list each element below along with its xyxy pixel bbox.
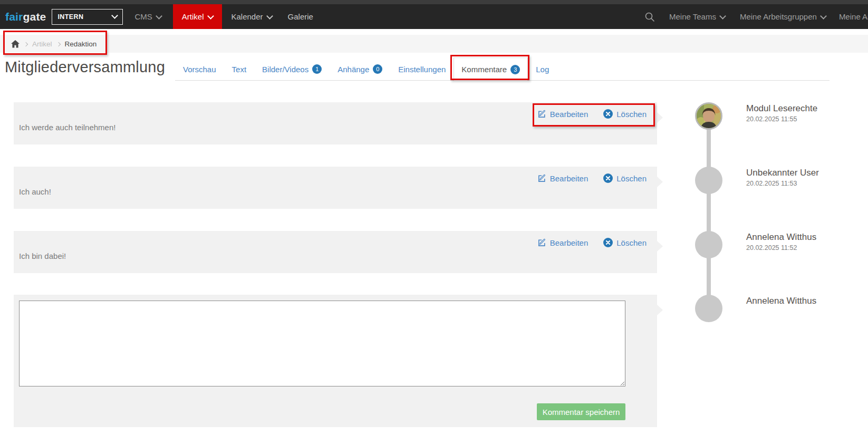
- breadcrumb-item-redaktion: Redaktion: [65, 40, 97, 48]
- tab-bilder-videos[interactable]: Bilder/Videos1: [254, 57, 330, 81]
- chevron-down-icon: [112, 12, 119, 19]
- timeline-author: Annelena Witthus: [746, 232, 816, 243]
- tab-label: Bilder/Videos: [262, 65, 308, 74]
- fairgate-logo: fairgate: [5, 11, 46, 23]
- count-badge: 1: [312, 64, 322, 74]
- nav-item-kalender[interactable]: Kalender: [224, 4, 280, 29]
- timeline-timestamp: 20.02.2025 11:52: [746, 244, 816, 251]
- home-icon: [11, 40, 20, 48]
- topbar-left-group: fairgate INTERN CMS Artikel Kalender Gal…: [0, 4, 321, 29]
- tab-label: Vorschau: [183, 65, 216, 74]
- delete-label: Löschen: [616, 174, 647, 183]
- breadcrumb-separator-icon: [24, 42, 28, 46]
- topbar-right-group: Meine Teams Meine Arbeitsgruppen Meine A…: [636, 4, 868, 29]
- comment-row: Bearbeiten Löschen Ich bin dabei!: [14, 231, 657, 273]
- comment-text: Ich bin dabei!: [19, 251, 66, 260]
- app-screen: fairgate INTERN CMS Artikel Kalender Gal…: [0, 0, 868, 445]
- new-comment-section: Kommentar speichern: [14, 295, 657, 427]
- edit-label: Bearbeiten: [550, 238, 589, 247]
- comment-actions: Bearbeiten Löschen: [537, 173, 647, 183]
- nav-item-galerie[interactable]: Galerie: [280, 4, 321, 29]
- organisation-select[interactable]: INTERN: [52, 9, 123, 25]
- tab-log[interactable]: Log: [528, 57, 557, 81]
- tab-vorschau[interactable]: Vorschau: [175, 57, 224, 81]
- comment-row: Bearbeiten Löschen Ich auch!: [14, 167, 657, 209]
- x-circle-icon: [603, 238, 613, 247]
- timeline-entry-text: Unbekannter User 20.02.2025 11:53: [746, 167, 819, 187]
- timeline-timestamp: 20.02.2025 11:53: [746, 180, 819, 187]
- page-title: Mitgliederversammlung: [5, 59, 165, 76]
- tab-label: Log: [536, 65, 549, 74]
- timeline-entry: Annelena Witthus: [695, 295, 816, 322]
- timeline-connector-line: [707, 116, 711, 308]
- avatar-placeholder: [695, 295, 722, 322]
- delete-comment-button[interactable]: Löschen: [603, 109, 647, 119]
- logo-part-fair: fair: [5, 11, 23, 23]
- nav-item-meine-arbeitsgruppen[interactable]: Meine Arbeitsgruppen: [740, 12, 826, 21]
- tab-anhaenge[interactable]: Anhänge0: [330, 57, 390, 81]
- window-top-strip: [0, 0, 868, 4]
- new-comment-input[interactable]: [19, 301, 625, 386]
- home-button[interactable]: [11, 40, 20, 48]
- delete-comment-button[interactable]: Löschen: [603, 173, 647, 183]
- pencil-square-icon: [537, 238, 546, 247]
- avatar-placeholder: [695, 231, 722, 258]
- save-comment-button[interactable]: Kommentar speichern: [537, 403, 625, 420]
- chevron-down-icon: [820, 13, 827, 20]
- pencil-square-icon: [537, 110, 546, 119]
- edit-comment-button[interactable]: Bearbeiten: [537, 174, 589, 183]
- x-circle-icon: [603, 173, 613, 183]
- breadcrumb: Artikel Redaktion: [11, 35, 97, 53]
- timeline-timestamp: 20.02.2025 11:55: [746, 115, 817, 123]
- nav-item-meine-anlaesse[interactable]: Meine Anlässe: [839, 12, 868, 21]
- nav-label: Galerie: [288, 12, 313, 21]
- tab-label: Anhänge: [337, 65, 369, 74]
- tab-einstellungen[interactable]: Einstellungen: [390, 57, 454, 81]
- edit-label: Bearbeiten: [550, 110, 589, 119]
- comment-row: Bearbeiten Löschen Ich werde auch teilne…: [14, 102, 657, 144]
- nav-label: Meine Anlässe: [839, 12, 868, 21]
- tab-label: Einstellungen: [398, 65, 446, 74]
- timeline-author: Unbekannter User: [746, 168, 819, 178]
- count-badge: 3: [510, 65, 520, 74]
- chevron-down-icon: [207, 13, 214, 20]
- tab-label: Kommentare: [461, 65, 507, 74]
- nav-label: Meine Teams: [669, 12, 716, 21]
- timeline-entry: Modul Leserechte 20.02.2025 11:55: [695, 102, 817, 130]
- breadcrumb-bar: Artikel Redaktion: [0, 35, 868, 53]
- comment-text: Ich werde auch teilnehmen!: [19, 123, 115, 132]
- timeline-author: Modul Leserechte: [746, 103, 817, 114]
- top-navigation-bar: fairgate INTERN CMS Artikel Kalender Gal…: [0, 4, 868, 29]
- timeline-entry-text: Modul Leserechte 20.02.2025 11:55: [746, 102, 817, 123]
- chevron-down-icon: [156, 13, 162, 20]
- nav-label: CMS: [134, 12, 152, 21]
- timeline-author: Annelena Witthus: [746, 296, 816, 306]
- timeline-entry: Unbekannter User 20.02.2025 11:53: [695, 167, 819, 194]
- tab-bar: Vorschau Text Bilder/Videos1 Anhänge0 Ei…: [175, 57, 557, 81]
- pencil-square-icon: [537, 174, 546, 183]
- nav-label: Artikel: [182, 12, 204, 21]
- edit-comment-button[interactable]: Bearbeiten: [537, 238, 589, 247]
- x-circle-icon: [603, 109, 613, 119]
- nav-label: Kalender: [232, 12, 263, 21]
- delete-label: Löschen: [616, 110, 647, 119]
- user-photo-avatar-icon: [697, 104, 721, 128]
- timeline-entry-text: Annelena Witthus: [746, 295, 816, 306]
- breadcrumb-item-artikel[interactable]: Artikel: [32, 40, 52, 48]
- nav-item-meine-teams[interactable]: Meine Teams: [669, 12, 725, 21]
- count-badge: 0: [373, 64, 382, 74]
- nav-item-cms[interactable]: CMS: [127, 4, 169, 29]
- nav-label: Meine Arbeitsgruppen: [740, 12, 817, 21]
- tab-label: Text: [232, 65, 247, 74]
- tab-kommentare[interactable]: Kommentare 3: [454, 57, 528, 81]
- search-button[interactable]: [644, 12, 655, 22]
- comment-actions: Bearbeiten Löschen: [537, 238, 647, 247]
- edit-comment-button[interactable]: Bearbeiten: [537, 110, 589, 119]
- delete-comment-button[interactable]: Löschen: [603, 238, 647, 247]
- tab-text[interactable]: Text: [224, 57, 255, 81]
- edit-label: Bearbeiten: [550, 174, 589, 183]
- comment-actions: Bearbeiten Löschen: [537, 109, 647, 119]
- timeline-entry-text: Annelena Witthus 20.02.2025 11:52: [746, 231, 816, 251]
- delete-label: Löschen: [616, 238, 647, 247]
- nav-item-artikel[interactable]: Artikel: [173, 4, 222, 29]
